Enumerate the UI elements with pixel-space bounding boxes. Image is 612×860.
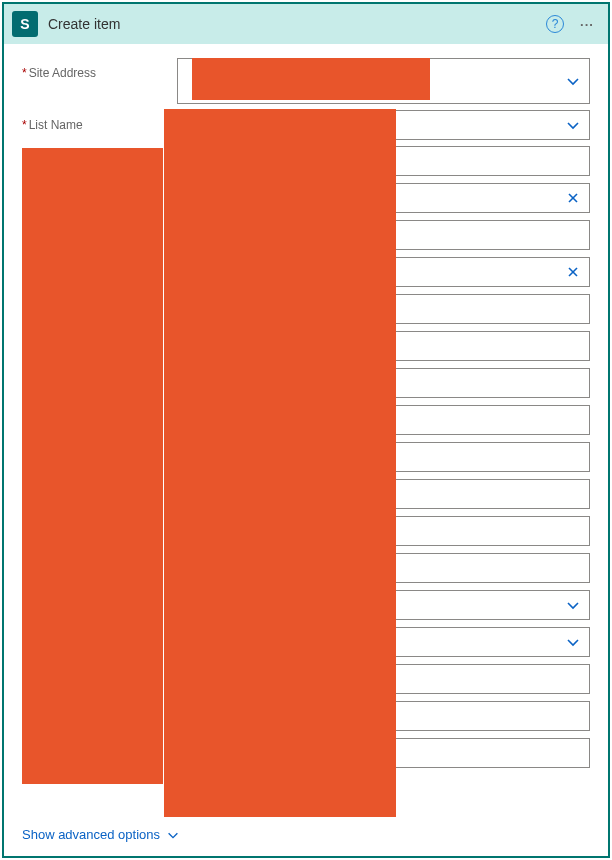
chevron-down-icon[interactable] — [565, 634, 581, 650]
card-footer: Show advanced options — [4, 817, 608, 856]
clear-icon[interactable] — [565, 190, 581, 206]
more-icon-glyph: ··· — [580, 17, 594, 32]
label-list-name: *List Name — [22, 110, 167, 132]
chevron-down-icon[interactable] — [565, 117, 581, 133]
chevron-down-icon[interactable] — [565, 73, 581, 89]
clear-icon[interactable] — [565, 264, 581, 280]
label-site-address: *Site Address — [22, 58, 167, 80]
redaction-overlay — [164, 109, 396, 817]
help-icon-glyph: ? — [552, 17, 559, 31]
help-icon[interactable]: ? — [546, 15, 564, 33]
more-menu-icon[interactable]: ··· — [574, 17, 600, 32]
redaction-overlay — [192, 58, 430, 100]
redaction-overlay — [22, 148, 163, 784]
required-marker: * — [22, 66, 27, 80]
sharepoint-icon: S — [12, 11, 38, 37]
action-card: S Create item ? ··· *Site Address — [2, 2, 610, 858]
show-advanced-label: Show advanced options — [22, 827, 160, 842]
required-marker: * — [22, 118, 27, 132]
card-title: Create item — [48, 16, 536, 32]
card-body: *Site Address *List Name — [4, 44, 608, 817]
show-advanced-link[interactable]: Show advanced options — [22, 827, 180, 842]
chevron-down-icon[interactable] — [565, 597, 581, 613]
sharepoint-icon-letter: S — [20, 16, 29, 32]
chevron-down-icon — [166, 828, 180, 842]
card-header: S Create item ? ··· — [4, 4, 608, 44]
